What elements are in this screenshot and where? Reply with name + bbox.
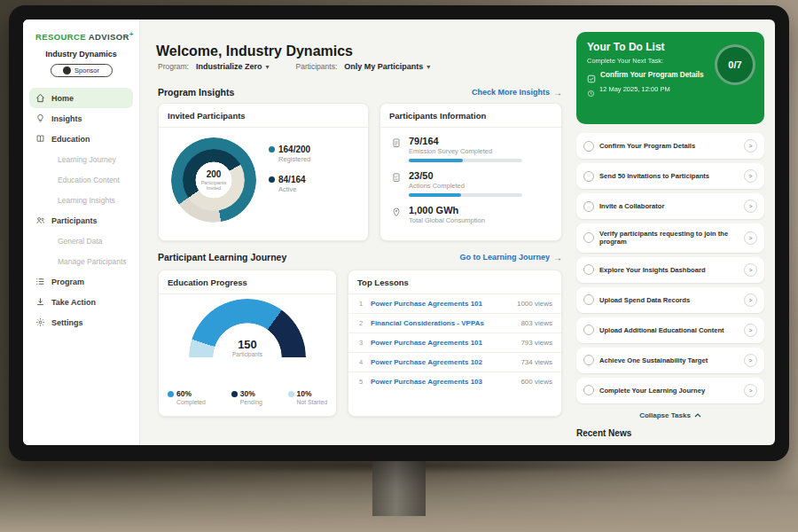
task-item[interactable]: Invite a Collaborator > bbox=[576, 193, 764, 219]
lesson-row[interactable]: 5 Power Purchase Agreements 103 600 view… bbox=[348, 372, 561, 391]
lesson-views: 734 views bbox=[520, 358, 552, 366]
chevron-right-icon[interactable]: > bbox=[744, 384, 757, 397]
checkbox-icon[interactable] bbox=[583, 294, 594, 305]
sidebar-item-take-action[interactable]: Take Action bbox=[29, 292, 133, 312]
sidebar-item-manage-participants[interactable]: Manage Participants bbox=[29, 251, 133, 271]
checkbox-icon[interactable] bbox=[583, 232, 594, 243]
chevron-right-icon[interactable]: > bbox=[744, 354, 757, 367]
task-item[interactable]: Upload Spend Data Records > bbox=[576, 287, 764, 313]
legend-label: Not Started bbox=[297, 399, 327, 405]
invited-participants-donut-chart: 200 Participants Invited bbox=[171, 137, 256, 223]
sidebar-item-program[interactable]: Program bbox=[29, 271, 133, 292]
sidebar-item-learning-journey[interactable]: Learning Journey bbox=[29, 149, 133, 169]
photo-background: RESOURCE ADVISOR+ Industry Dynamics Spon… bbox=[0, 0, 798, 532]
stat-label: Emission Survey Completed bbox=[409, 147, 522, 155]
lesson-link[interactable]: Power Purchase Agreements 101 bbox=[371, 339, 514, 347]
donut-legend: 164/200 Registered 84/164 Active bbox=[269, 145, 310, 205]
donut-center-label: Participants Invited bbox=[194, 180, 233, 192]
sidebar-item-education[interactable]: Education bbox=[29, 129, 133, 149]
sidebar-nav: Home Insights Education Learning Journey bbox=[23, 88, 139, 332]
go-to-learning-journey-link[interactable]: Go to Learning Journey → bbox=[459, 253, 562, 262]
lesson-link[interactable]: Power Purchase Agreements 102 bbox=[371, 358, 514, 366]
chevron-right-icon[interactable]: > bbox=[744, 200, 757, 213]
legend-item-pending: 30% Pending bbox=[231, 389, 262, 405]
lesson-row[interactable]: 4 Power Purchase Agreements 102 734 view… bbox=[348, 353, 561, 372]
recent-news-card[interactable] bbox=[576, 444, 764, 445]
sidebar-item-participants[interactable]: Participants bbox=[29, 210, 133, 231]
task-item[interactable]: Verify participants requesting to join t… bbox=[576, 223, 764, 253]
program-select-value: Industrialize Zero bbox=[196, 62, 262, 71]
donut-center-value: 200 bbox=[207, 169, 222, 179]
chevron-right-icon[interactable]: > bbox=[744, 231, 757, 245]
lesson-row[interactable]: 1 Power Purchase Agreements 101 1000 vie… bbox=[348, 294, 561, 314]
chevron-right-icon[interactable]: > bbox=[744, 324, 757, 337]
recent-news-title: Recent News bbox=[576, 428, 764, 438]
todo-next-task-label: Confirm Your Program Details bbox=[600, 71, 704, 80]
clock-icon bbox=[587, 85, 595, 93]
lesson-rank: 5 bbox=[357, 378, 364, 386]
check-more-insights-link[interactable]: Check More Insights → bbox=[472, 88, 562, 98]
checkbox-icon[interactable] bbox=[583, 385, 594, 395]
checkbox-icon[interactable] bbox=[583, 201, 594, 212]
logo-plus: + bbox=[129, 30, 134, 38]
task-item[interactable]: Send 50 Invitations to Participants > bbox=[576, 163, 764, 189]
monitor-stand bbox=[372, 459, 426, 516]
app-logo: RESOURCE ADVISOR+ bbox=[23, 20, 139, 42]
monitor-frame: RESOURCE ADVISOR+ Industry Dynamics Spon… bbox=[9, 5, 789, 461]
sidebar-item-education-content[interactable]: Education Content bbox=[29, 169, 133, 190]
chevron-right-icon[interactable]: > bbox=[744, 293, 757, 307]
participants-select[interactable]: Only My Participants ▾ bbox=[344, 62, 430, 71]
chevron-right-icon[interactable]: > bbox=[744, 263, 757, 277]
sidebar-item-learning-insights[interactable]: Learning Insights bbox=[29, 190, 133, 210]
lesson-row[interactable]: 2 Financial Considerations - VPPAs 803 v… bbox=[348, 314, 561, 333]
sidebar-item-insights[interactable]: Insights bbox=[29, 108, 133, 129]
task-item[interactable]: Complete Your Learning Journey > bbox=[576, 378, 764, 403]
learning-journey-header: Participant Learning Journey Go to Learn… bbox=[158, 252, 562, 262]
program-insights-header: Program Insights Check More Insights → bbox=[158, 87, 562, 98]
chevron-right-icon[interactable]: > bbox=[744, 139, 757, 153]
sidebar-item-label: Home bbox=[51, 94, 74, 103]
task-label: Explore Your Insights Dashboard bbox=[599, 266, 739, 274]
collapse-tasks-button[interactable]: Collapse Tasks bbox=[576, 411, 764, 419]
link-label: Go to Learning Journey bbox=[459, 253, 550, 262]
lesson-link[interactable]: Power Purchase Agreements 103 bbox=[371, 378, 514, 386]
checkbox-icon[interactable] bbox=[583, 141, 594, 152]
sidebar-item-home[interactable]: Home bbox=[29, 88, 133, 108]
legend-dot bbox=[288, 391, 294, 397]
stat-value: 23/50 bbox=[409, 170, 522, 181]
sponsor-badge[interactable]: Sponsor bbox=[51, 64, 113, 77]
task-item[interactable]: Explore Your Insights Dashboard > bbox=[576, 257, 764, 283]
legend-value: 164/200 bbox=[278, 145, 310, 154]
sidebar-item-label: Education Content bbox=[58, 176, 120, 184]
checkbox-icon[interactable] bbox=[583, 325, 594, 335]
task-item[interactable]: Confirm Your Program Details > bbox=[576, 133, 764, 159]
checkbox-icon[interactable] bbox=[583, 171, 594, 182]
sidebar-item-settings[interactable]: Settings bbox=[29, 312, 133, 332]
legend-value: 60% bbox=[176, 389, 192, 398]
lesson-link[interactable]: Power Purchase Agreements 101 bbox=[371, 300, 511, 308]
sidebar-item-label: Participants bbox=[51, 216, 98, 225]
sidebar-item-general-data[interactable]: General Data bbox=[29, 231, 133, 251]
gauge-center-value: 150 bbox=[189, 338, 306, 351]
lesson-row[interactable]: 3 Power Purchase Agreements 101 793 view… bbox=[348, 333, 561, 353]
section-title: Participant Learning Journey bbox=[158, 252, 286, 262]
gauge-center: 150 Participants bbox=[189, 338, 306, 357]
lesson-rank: 4 bbox=[357, 358, 364, 366]
chevron-right-icon[interactable]: > bbox=[744, 169, 757, 183]
dashboard-screen: RESOURCE ADVISOR+ Industry Dynamics Spon… bbox=[23, 20, 775, 445]
legend-dot bbox=[269, 146, 275, 153]
sidebar-item-label: Learning Insights bbox=[58, 196, 115, 205]
lesson-views: 793 views bbox=[520, 339, 552, 347]
gear-icon bbox=[35, 317, 45, 327]
task-label: Achieve One Sustainability Target bbox=[599, 356, 739, 364]
task-item[interactable]: Upload Additional Educational Content > bbox=[576, 317, 764, 343]
lesson-link[interactable]: Financial Considerations - VPPAs bbox=[371, 319, 514, 327]
checkbox-icon[interactable] bbox=[583, 264, 594, 275]
todo-next-task[interactable]: Confirm Your Program Details bbox=[587, 71, 711, 80]
checkbox-icon[interactable] bbox=[583, 355, 594, 365]
legend-value: 10% bbox=[297, 389, 312, 398]
task-item[interactable]: Achieve One Sustainability Target > bbox=[576, 348, 764, 373]
program-select[interactable]: Industrialize Zero ▾ bbox=[196, 62, 270, 71]
legend-label: Registered bbox=[278, 155, 310, 163]
lesson-rank: 3 bbox=[357, 339, 364, 347]
